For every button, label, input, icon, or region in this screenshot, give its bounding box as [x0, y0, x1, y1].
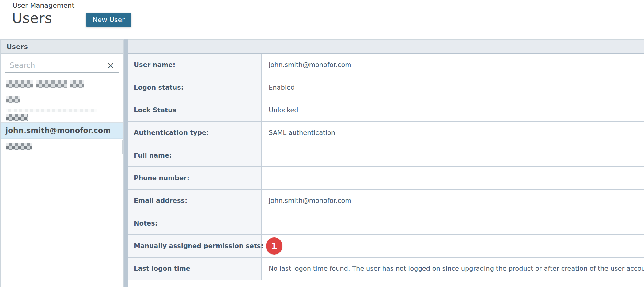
- search-box: ×: [5, 58, 119, 73]
- breadcrumb: User Management: [13, 2, 74, 9]
- new-user-button[interactable]: New User: [86, 13, 131, 27]
- row-label: Full name:: [128, 144, 262, 166]
- row-label-text: Manually assigned permission sets:: [134, 242, 263, 250]
- row-value: john.smith@monofor.com: [262, 190, 644, 212]
- row-label: Lock Status: [128, 99, 262, 121]
- table-row: Notes:: [128, 212, 644, 235]
- redacted-text: [6, 96, 123, 103]
- redacted-text: [6, 109, 97, 112]
- list-scrollbar[interactable]: [122, 140, 123, 154]
- clear-search-icon[interactable]: ×: [103, 61, 119, 70]
- row-value: [262, 235, 644, 257]
- sidebar-header: Users: [1, 40, 123, 54]
- user-list-item-redacted[interactable]: [1, 107, 123, 123]
- row-label: Notes:: [128, 212, 262, 234]
- row-label: Manually assigned permission sets: 1: [128, 235, 262, 257]
- row-value: No last logon time found. The user has n…: [262, 258, 644, 280]
- row-value: [262, 212, 644, 234]
- row-value: SAML authentication: [262, 122, 644, 144]
- user-list-item-redacted[interactable]: [1, 76, 123, 92]
- row-value: Unlocked: [262, 99, 644, 121]
- panel-splitter[interactable]: [124, 39, 128, 287]
- user-list-item-selected[interactable]: john.smith@monofor.com: [1, 123, 123, 139]
- table-row: Last logon time No last logon time found…: [128, 258, 644, 280]
- redacted-text: [6, 80, 123, 88]
- row-label: Authentication type:: [128, 122, 262, 144]
- row-value: [262, 144, 644, 166]
- table-row: Full name:: [128, 144, 644, 167]
- table-row: Authentication type: SAML authentication: [128, 122, 644, 144]
- redacted-text: [6, 143, 123, 150]
- row-label: Logon status:: [128, 76, 262, 99]
- user-list-item-redacted[interactable]: [1, 139, 123, 154]
- row-label: Last logon time: [128, 258, 262, 280]
- main-split: Users ×: [0, 39, 644, 287]
- row-value: Enabled: [262, 76, 644, 99]
- user-management-screen: User Management Users New User Users ×: [0, 0, 644, 287]
- user-list-item-redacted[interactable]: [1, 92, 123, 107]
- search-wrapper: ×: [1, 54, 123, 76]
- table-row-permission-sets: Manually assigned permission sets: 1: [128, 235, 644, 258]
- row-value: john.smith@monofor.com: [262, 54, 644, 76]
- table-row: Email address: john.smith@monofor.com: [128, 190, 644, 212]
- detail-header-band: [128, 40, 644, 54]
- search-input[interactable]: [5, 58, 103, 72]
- table-row: Logon status: Enabled: [128, 76, 644, 99]
- row-label: Email address:: [128, 190, 262, 212]
- user-detail-panel: User name: john.smith@monofor.com Logon …: [128, 39, 644, 287]
- row-label: Phone number:: [128, 167, 262, 189]
- page-title: Users: [12, 10, 52, 26]
- redacted-text: [6, 114, 123, 121]
- user-list: john.smith@monofor.com: [1, 76, 123, 287]
- user-item-label: john.smith@monofor.com: [6, 126, 123, 135]
- table-row: Phone number:: [128, 167, 644, 190]
- users-sidebar: Users ×: [0, 39, 124, 287]
- table-row: Lock Status Unlocked: [128, 99, 644, 122]
- permission-count-badge: 1: [266, 237, 282, 255]
- row-value: [262, 167, 644, 189]
- row-label: User name:: [128, 54, 262, 76]
- table-row: User name: john.smith@monofor.com: [128, 54, 644, 76]
